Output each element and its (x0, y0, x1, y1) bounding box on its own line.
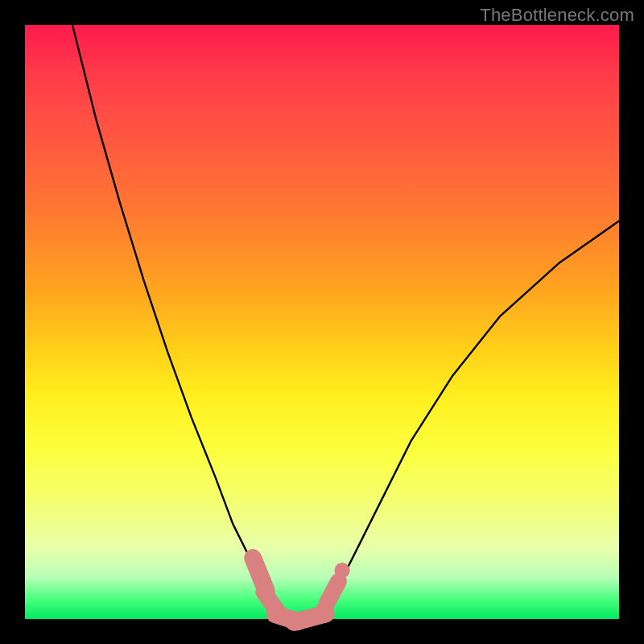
valley-marker-capsule (327, 581, 339, 603)
curve-path (72, 25, 619, 619)
watermark-text: TheBottleneck.com (480, 5, 634, 26)
bottleneck-curve (25, 25, 619, 619)
plot-area (25, 25, 619, 619)
valley-marker-dot (335, 563, 350, 578)
chart-frame: TheBottleneck.com (0, 0, 644, 644)
